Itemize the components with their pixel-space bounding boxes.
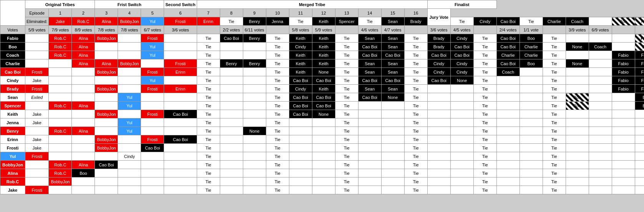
vote-cell: Cao Boi bbox=[312, 93, 335, 102]
vote-cell: Tie bbox=[543, 85, 566, 93]
vote-cell: Tie bbox=[197, 135, 220, 144]
vote-cell: Tie bbox=[473, 161, 496, 169]
vote-cell bbox=[381, 169, 404, 177]
vote-cell: Cao Boi bbox=[381, 76, 404, 85]
vote-cell bbox=[141, 59, 164, 68]
vote-cell: Tie bbox=[266, 85, 289, 93]
vote-cell bbox=[49, 186, 72, 194]
vote-cell bbox=[358, 169, 381, 177]
vote-cell bbox=[49, 59, 72, 68]
vote-cell: Tie bbox=[266, 127, 289, 135]
jury-vote-cell bbox=[635, 118, 644, 127]
vote-cell bbox=[164, 102, 197, 110]
vote-cell: Rob.C bbox=[49, 51, 72, 59]
vote-cell: Frosti bbox=[141, 135, 164, 144]
vote-cell: Cao Boi bbox=[164, 135, 197, 144]
vote-cell bbox=[95, 102, 118, 110]
vote-cell bbox=[450, 152, 473, 161]
vote-cell bbox=[589, 93, 612, 102]
elim-ep6: Frosti bbox=[164, 17, 197, 26]
vote-cell: Frosti bbox=[25, 68, 49, 76]
vote-cell: Cao Boi bbox=[427, 51, 450, 59]
vote-cell: Benry bbox=[243, 34, 266, 43]
vote-cell bbox=[220, 110, 243, 118]
vote-cell: Tie bbox=[473, 85, 496, 93]
first-switch-header: Frist Switch bbox=[95, 0, 164, 9]
vote-cell bbox=[427, 186, 450, 194]
vote-cell bbox=[381, 110, 404, 118]
vote-cell: Tie bbox=[335, 144, 358, 152]
votes-label: Votes bbox=[0, 26, 25, 34]
vote-cell: Keith bbox=[289, 68, 312, 76]
contestant-name: Cao Boi bbox=[0, 68, 25, 76]
vote-cell: Cao Boi bbox=[220, 34, 243, 43]
vote-cell bbox=[589, 102, 612, 110]
vote-cell bbox=[312, 152, 335, 161]
vote-cell bbox=[289, 186, 312, 194]
vote-cell: Tie bbox=[335, 102, 358, 110]
jury-vote-cell: Fabio bbox=[635, 68, 644, 76]
vote-cell bbox=[520, 177, 543, 186]
vote-cell bbox=[496, 76, 520, 85]
vote-cell bbox=[450, 102, 473, 110]
vote-cell: Frosti bbox=[141, 34, 164, 43]
vote-cell bbox=[243, 102, 266, 110]
vote-cell: Cindy bbox=[450, 68, 473, 76]
vote-cell bbox=[427, 102, 450, 110]
vote-cell bbox=[612, 161, 635, 169]
elim-ep13: Spencer bbox=[335, 17, 358, 26]
vote-cell bbox=[95, 177, 118, 186]
vote-cell bbox=[520, 169, 543, 177]
vote-cell bbox=[612, 152, 635, 161]
vote-cell bbox=[243, 110, 266, 118]
vote-cell bbox=[566, 68, 589, 76]
vote-cell bbox=[164, 152, 197, 161]
vote-cell bbox=[566, 51, 589, 59]
vote-cell: Tie bbox=[197, 127, 220, 135]
vote-cell bbox=[520, 85, 543, 93]
vote-cell: Tie bbox=[335, 127, 358, 135]
vote-cell bbox=[496, 152, 520, 161]
vote-cell bbox=[358, 186, 381, 194]
vote-cell: Tie bbox=[266, 186, 289, 194]
vote-cell bbox=[496, 144, 520, 152]
vote-cell: Tie bbox=[543, 161, 566, 169]
contestant-name: Sean bbox=[0, 93, 25, 102]
vote-cell: Tie bbox=[404, 127, 427, 135]
vote-cell: Tie bbox=[197, 177, 220, 186]
elim-ep4: BobbyJon bbox=[118, 17, 141, 26]
vote-cell bbox=[566, 110, 589, 118]
vote-cell bbox=[118, 76, 141, 85]
original-tribes-header: Original Tribes bbox=[25, 0, 95, 9]
vote-cell bbox=[566, 177, 589, 186]
vote-cell: Keith bbox=[289, 34, 312, 43]
vote-cell: Charlie bbox=[520, 51, 543, 59]
vote-cell bbox=[95, 51, 118, 59]
vote-cell bbox=[450, 177, 473, 186]
vote-cell: Cindy bbox=[450, 34, 473, 43]
vote-cell: Tie bbox=[335, 34, 358, 43]
vote-cell bbox=[427, 110, 450, 118]
vote-cell: Tie bbox=[197, 110, 220, 118]
vote-cell bbox=[612, 93, 635, 102]
votes-jury bbox=[612, 26, 635, 34]
vote-cell bbox=[312, 118, 335, 127]
vote-cell: Tie bbox=[266, 169, 289, 177]
votes-ep2: 7/9 votes bbox=[49, 26, 72, 34]
vote-cell: Tie bbox=[335, 152, 358, 161]
vote-cell bbox=[25, 127, 49, 135]
vote-cell bbox=[118, 110, 141, 118]
vote-cell bbox=[164, 161, 197, 169]
vote-cell bbox=[589, 110, 612, 118]
vote-cell bbox=[25, 102, 49, 110]
vote-cell bbox=[164, 186, 197, 194]
vote-cell: Frosti bbox=[141, 85, 164, 93]
vote-cell bbox=[496, 110, 520, 118]
vote-cell bbox=[566, 34, 589, 43]
vote-cell bbox=[450, 127, 473, 135]
jury-vote-cell: Fabio bbox=[635, 51, 644, 59]
contestant-name: Coach bbox=[0, 51, 25, 59]
vote-cell: Benry bbox=[220, 59, 243, 68]
vote-cell bbox=[427, 85, 450, 93]
ep3: 3 bbox=[95, 9, 118, 17]
